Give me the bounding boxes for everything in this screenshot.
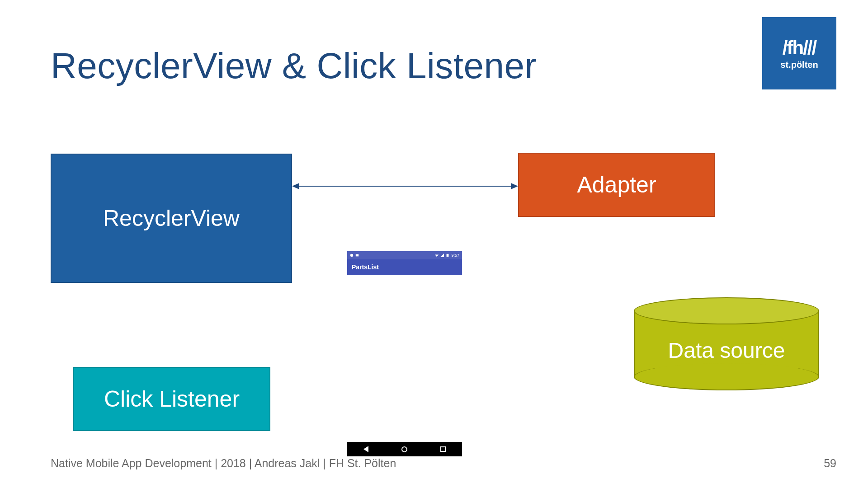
nav-back-icon [363, 446, 368, 452]
double-arrow-icon [292, 181, 518, 192]
signal-icon [440, 253, 444, 257]
datasource-label: Data source [634, 338, 819, 363]
mail-icon [355, 253, 359, 257]
page-number: 59 [824, 457, 836, 470]
phone-appbar: PartsList [347, 259, 462, 275]
logo-sub-text: st.pölten [780, 60, 818, 70]
svg-marker-6 [440, 253, 444, 257]
click-listener-box: Click Listener [73, 367, 270, 431]
phone-content-area [347, 275, 462, 442]
phone-navbar [347, 442, 462, 456]
recyclerview-label: RecyclerView [103, 205, 240, 231]
svg-point-3 [350, 254, 353, 257]
phone-clock: 9:57 [451, 253, 459, 258]
logo-main-text: /fh/// [783, 37, 816, 59]
phone-mockup: 9:57 PartsList [347, 251, 462, 456]
phone-statusbar: 9:57 [347, 251, 462, 259]
battery-icon [446, 253, 449, 257]
nav-home-icon [401, 446, 407, 452]
slide-title: RecyclerView & Click Listener [51, 45, 537, 87]
svg-rect-7 [447, 254, 449, 257]
fh-logo: /fh/// st.pölten [762, 17, 836, 89]
click-listener-label: Click Listener [104, 386, 240, 412]
svg-marker-5 [435, 254, 439, 257]
svg-rect-4 [356, 254, 359, 257]
datasource-cylinder: Data source [634, 297, 819, 390]
adapter-box: Adapter [518, 153, 715, 217]
phone-app-title: PartsList [352, 263, 379, 271]
adapter-label: Adapter [577, 172, 656, 198]
footer-text: Native Mobile App Development | 2018 | A… [51, 457, 396, 470]
wifi-icon [435, 253, 439, 257]
svg-marker-2 [511, 183, 518, 189]
recyclerview-box: RecyclerView [51, 154, 292, 283]
nav-recent-icon [440, 446, 446, 452]
notification-icon [350, 253, 354, 257]
svg-marker-1 [292, 183, 299, 189]
